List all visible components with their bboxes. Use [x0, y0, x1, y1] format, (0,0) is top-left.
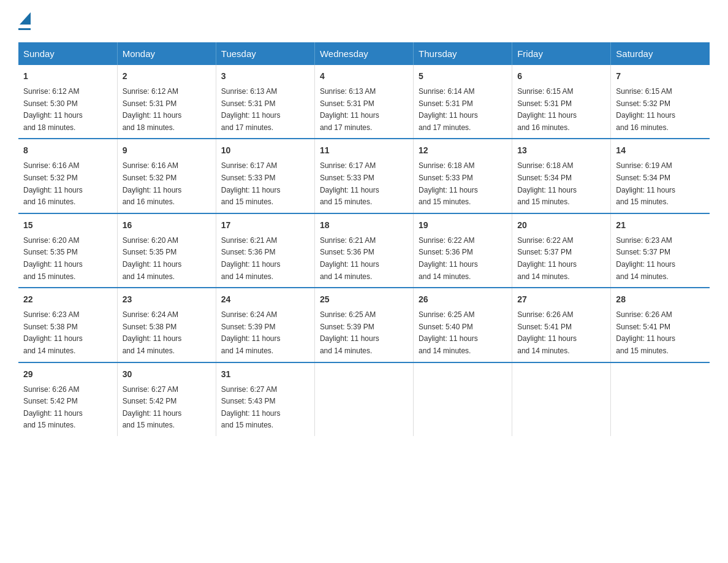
day-number: 14 [616, 144, 705, 157]
calendar-cell: 23 Sunrise: 6:24 AMSunset: 5:38 PMDaylig… [117, 288, 216, 362]
day-number: 26 [419, 293, 507, 306]
calendar-cell: 24 Sunrise: 6:24 AMSunset: 5:39 PMDaylig… [216, 288, 314, 362]
day-number: 22 [23, 293, 112, 306]
day-number: 12 [419, 144, 507, 157]
day-number: 10 [221, 144, 309, 157]
day-info: Sunrise: 6:22 AMSunset: 5:36 PMDaylight:… [419, 236, 478, 281]
day-info: Sunrise: 6:24 AMSunset: 5:39 PMDaylight:… [221, 310, 281, 355]
calendar-cell: 6 Sunrise: 6:15 AMSunset: 5:31 PMDayligh… [512, 65, 611, 139]
day-info: Sunrise: 6:19 AMSunset: 5:34 PMDaylight:… [616, 161, 675, 206]
day-number: 2 [123, 70, 211, 83]
calendar-cell: 5 Sunrise: 6:14 AMSunset: 5:31 PMDayligh… [414, 65, 512, 139]
day-info: Sunrise: 6:20 AMSunset: 5:35 PMDaylight:… [23, 236, 83, 281]
weekday-header-tuesday: Tuesday [216, 42, 314, 65]
calendar-cell: 28 Sunrise: 6:26 AMSunset: 5:41 PMDaylig… [611, 288, 710, 362]
day-info: Sunrise: 6:23 AMSunset: 5:38 PMDaylight:… [23, 310, 83, 355]
weekday-header-saturday: Saturday [611, 42, 710, 65]
day-info: Sunrise: 6:13 AMSunset: 5:31 PMDaylight:… [320, 87, 379, 132]
calendar-cell: 16 Sunrise: 6:20 AMSunset: 5:35 PMDaylig… [117, 213, 216, 288]
day-info: Sunrise: 6:25 AMSunset: 5:39 PMDaylight:… [320, 310, 379, 355]
calendar-cell: 26 Sunrise: 6:25 AMSunset: 5:40 PMDaylig… [414, 288, 512, 362]
day-info: Sunrise: 6:15 AMSunset: 5:32 PMDaylight:… [616, 87, 675, 132]
calendar-cell: 3 Sunrise: 6:13 AMSunset: 5:31 PMDayligh… [216, 65, 314, 139]
calendar-cell: 21 Sunrise: 6:23 AMSunset: 5:37 PMDaylig… [611, 213, 710, 288]
calendar-cell: 1 Sunrise: 6:12 AMSunset: 5:30 PMDayligh… [18, 65, 117, 139]
calendar-cell: 27 Sunrise: 6:26 AMSunset: 5:41 PMDaylig… [512, 288, 611, 362]
day-number: 30 [123, 368, 211, 381]
day-number: 29 [23, 368, 112, 381]
page-header [18, 12, 710, 30]
day-info: Sunrise: 6:16 AMSunset: 5:32 PMDaylight:… [123, 161, 182, 206]
week-row-3: 15 Sunrise: 6:20 AMSunset: 5:35 PMDaylig… [18, 213, 710, 288]
day-info: Sunrise: 6:26 AMSunset: 5:42 PMDaylight:… [23, 385, 83, 430]
calendar-cell: 10 Sunrise: 6:17 AMSunset: 5:33 PMDaylig… [216, 139, 314, 213]
day-info: Sunrise: 6:21 AMSunset: 5:36 PMDaylight:… [221, 236, 281, 281]
weekday-header-wednesday: Wednesday [314, 42, 413, 65]
calendar-cell: 30 Sunrise: 6:27 AMSunset: 5:42 PMDaylig… [117, 362, 216, 436]
day-number: 20 [517, 219, 605, 232]
day-number: 4 [320, 70, 408, 83]
day-number: 23 [123, 293, 211, 306]
week-row-1: 1 Sunrise: 6:12 AMSunset: 5:30 PMDayligh… [18, 65, 710, 139]
day-number: 9 [123, 144, 211, 157]
day-number: 19 [419, 219, 507, 232]
calendar-cell: 2 Sunrise: 6:12 AMSunset: 5:31 PMDayligh… [117, 65, 216, 139]
day-number: 25 [320, 293, 408, 306]
day-info: Sunrise: 6:26 AMSunset: 5:41 PMDaylight:… [517, 310, 577, 355]
logo-underline [18, 28, 31, 30]
day-number: 8 [23, 144, 112, 157]
day-number: 5 [419, 70, 507, 83]
calendar-cell: 13 Sunrise: 6:18 AMSunset: 5:34 PMDaylig… [512, 139, 611, 213]
day-info: Sunrise: 6:22 AMSunset: 5:37 PMDaylight:… [517, 236, 577, 281]
day-number: 16 [123, 219, 211, 232]
day-info: Sunrise: 6:17 AMSunset: 5:33 PMDaylight:… [320, 161, 379, 206]
day-info: Sunrise: 6:27 AMSunset: 5:42 PMDaylight:… [123, 385, 182, 430]
day-number: 6 [517, 70, 605, 83]
day-info: Sunrise: 6:20 AMSunset: 5:35 PMDaylight:… [123, 236, 182, 281]
calendar-cell: 12 Sunrise: 6:18 AMSunset: 5:33 PMDaylig… [414, 139, 512, 213]
day-info: Sunrise: 6:26 AMSunset: 5:41 PMDaylight:… [616, 310, 675, 355]
day-number: 3 [221, 70, 309, 83]
day-info: Sunrise: 6:25 AMSunset: 5:40 PMDaylight:… [419, 310, 478, 355]
day-number: 7 [616, 70, 705, 83]
day-info: Sunrise: 6:12 AMSunset: 5:30 PMDaylight:… [23, 87, 83, 132]
calendar-cell [611, 362, 710, 436]
calendar-cell: 9 Sunrise: 6:16 AMSunset: 5:32 PMDayligh… [117, 139, 216, 213]
week-row-5: 29 Sunrise: 6:26 AMSunset: 5:42 PMDaylig… [18, 362, 710, 436]
day-info: Sunrise: 6:14 AMSunset: 5:31 PMDaylight:… [419, 87, 478, 132]
calendar-cell: 31 Sunrise: 6:27 AMSunset: 5:43 PMDaylig… [216, 362, 314, 436]
day-info: Sunrise: 6:23 AMSunset: 5:37 PMDaylight:… [616, 236, 675, 281]
day-info: Sunrise: 6:21 AMSunset: 5:36 PMDaylight:… [320, 236, 379, 281]
day-info: Sunrise: 6:24 AMSunset: 5:38 PMDaylight:… [123, 310, 182, 355]
calendar-cell: 15 Sunrise: 6:20 AMSunset: 5:35 PMDaylig… [18, 213, 117, 288]
day-number: 31 [221, 368, 309, 381]
weekday-header-friday: Friday [512, 42, 611, 65]
calendar-cell: 17 Sunrise: 6:21 AMSunset: 5:36 PMDaylig… [216, 213, 314, 288]
calendar-cell [512, 362, 611, 436]
weekday-header-thursday: Thursday [414, 42, 512, 65]
day-info: Sunrise: 6:18 AMSunset: 5:34 PMDaylight:… [517, 161, 577, 206]
week-row-2: 8 Sunrise: 6:16 AMSunset: 5:32 PMDayligh… [18, 139, 710, 213]
calendar-table: SundayMondayTuesdayWednesdayThursdayFrid… [18, 42, 710, 436]
day-number: 17 [221, 219, 309, 232]
calendar-cell: 14 Sunrise: 6:19 AMSunset: 5:34 PMDaylig… [611, 139, 710, 213]
day-number: 27 [517, 293, 605, 306]
svg-marker-0 [20, 12, 31, 25]
week-row-4: 22 Sunrise: 6:23 AMSunset: 5:38 PMDaylig… [18, 288, 710, 362]
calendar-cell [314, 362, 413, 436]
calendar-cell: 18 Sunrise: 6:21 AMSunset: 5:36 PMDaylig… [314, 213, 413, 288]
logo-triangle-icon [20, 12, 31, 25]
calendar-cell: 7 Sunrise: 6:15 AMSunset: 5:32 PMDayligh… [611, 65, 710, 139]
day-number: 1 [23, 70, 112, 83]
day-info: Sunrise: 6:17 AMSunset: 5:33 PMDaylight:… [221, 161, 281, 206]
day-number: 13 [517, 144, 605, 157]
calendar-cell [414, 362, 512, 436]
weekday-header-monday: Monday [117, 42, 216, 65]
logo [18, 12, 31, 30]
day-number: 18 [320, 219, 408, 232]
calendar-cell: 19 Sunrise: 6:22 AMSunset: 5:36 PMDaylig… [414, 213, 512, 288]
calendar-cell: 22 Sunrise: 6:23 AMSunset: 5:38 PMDaylig… [18, 288, 117, 362]
calendar-cell: 8 Sunrise: 6:16 AMSunset: 5:32 PMDayligh… [18, 139, 117, 213]
day-info: Sunrise: 6:16 AMSunset: 5:32 PMDaylight:… [23, 161, 83, 206]
calendar-cell: 11 Sunrise: 6:17 AMSunset: 5:33 PMDaylig… [314, 139, 413, 213]
